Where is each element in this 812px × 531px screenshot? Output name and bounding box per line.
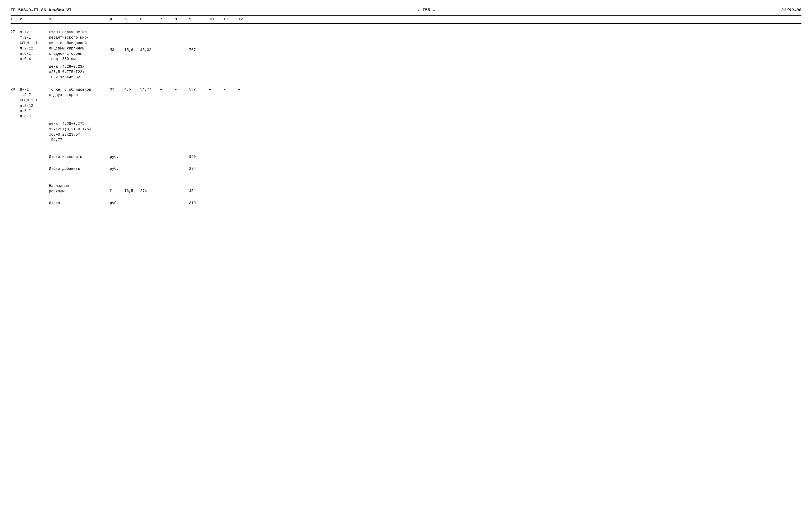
itogo-dobavit-col9: 274 — [189, 166, 209, 172]
itogo-col10: – — [209, 201, 223, 206]
nakladnye-label: Накладныерасходы — [49, 183, 110, 194]
itogo-isklyuchit-col8: – — [175, 154, 189, 160]
summary-row-total: Итого руб. – – – – 3I9 – – – — [11, 200, 801, 207]
row-27-col1: 27 — [11, 30, 20, 35]
col-header-12: I2 — [238, 17, 252, 22]
nakladnye-col11: – — [223, 183, 238, 194]
row-27-col6: 45,32 — [140, 30, 160, 53]
row-28-col4: М3 — [110, 87, 124, 92]
itogo-isklyuchit-col10: – — [209, 154, 223, 160]
row-28-col12: – — [238, 87, 252, 92]
table-row: 28 8-72т.9-IССЦМ т.Iп.2-12п.6-Iп.6-4 То … — [11, 86, 801, 120]
nakladnye-col12: – — [238, 183, 252, 194]
itogo-unit: руб. — [110, 201, 124, 206]
summary-row-add: Итого добавить руб. – – – – 274 – – – — [11, 165, 801, 173]
itogo-dobavit-label: Итого добавить — [49, 166, 110, 172]
itogo-col9: 3I9 — [189, 201, 209, 206]
itogo-col11: – — [223, 201, 238, 206]
row-27-col12: – — [238, 30, 252, 53]
row-28-col9: 252 — [189, 87, 209, 92]
row-28-col7: – — [160, 87, 175, 92]
row-27-col5: I5,6 — [124, 30, 140, 53]
itogo-isklyuchit-col7: – — [160, 154, 175, 160]
nakladnye-col6: 274 — [140, 183, 160, 194]
col-header-8: 8 — [175, 17, 189, 22]
column-header-row: I 2 3 4 5 6 7 8 9 IO II I2 — [11, 16, 801, 24]
col-header-7: 7 — [160, 17, 175, 22]
col-header-4: 4 — [110, 17, 124, 22]
row-27-col3: Стены наружные изкерамтческого кир-пича … — [49, 30, 110, 62]
col-header-11: II — [223, 17, 238, 22]
row-28-col2: 8-72т.9-IССЦМ т.Iп.2-12п.6-Iп.6-4 — [20, 87, 49, 119]
row-27-col8: – — [175, 30, 189, 53]
table-row: 27 8-72т.9-IССЦМ т.Iп.2-12п.6-Iп.6-4 Сте… — [11, 29, 801, 63]
nakladnye-col5: I6,5 — [124, 183, 140, 194]
itogo-col8: – — [175, 201, 189, 206]
col-header-5: 5 — [124, 17, 140, 22]
row-27-col10: – — [209, 30, 223, 53]
itogo-dobavit-col11: – — [223, 166, 238, 172]
itogo-col5: – — [124, 201, 140, 206]
row-28-col6: 54,77 — [140, 87, 160, 92]
nakladnye-col8: – — [175, 183, 189, 194]
col-header-2: 2 — [20, 17, 49, 22]
itogo-dobavit-col5: – — [124, 166, 140, 172]
itogo-isklyuchit-col11: – — [223, 154, 238, 160]
nakladnye-unit: % — [110, 183, 124, 194]
row-28-price: цена: 4,28+0,I75х2хI22+(0,2I-0,I75)х68+0… — [11, 120, 801, 144]
summary-row-overhead: Накладныерасходы % I6,5 274 – – 45 – – – — [11, 182, 801, 195]
itogo-dobavit-col6: – — [140, 166, 160, 172]
nakladnye-col10: – — [209, 183, 223, 194]
header-left: ТП 503-9-II.86 Альбом VI — [11, 8, 71, 13]
summary-row-exclude: Итого исключить руб. – – – – 959 – – – — [11, 153, 801, 161]
col-header-3: 3 — [49, 17, 110, 22]
itogo-col6: – — [140, 201, 160, 206]
itogo-dobavit-col7: – — [160, 166, 175, 172]
itogo-label: Итого — [49, 201, 110, 206]
row-28-col3-main: То же, с облицовкойс двух сторон — [49, 87, 110, 98]
row-28-col10: – — [209, 87, 223, 92]
itogo-isklyuchit-label: Итого исключить — [49, 154, 110, 160]
row-28-col11: – — [223, 87, 238, 92]
col-header-10: IO — [209, 17, 223, 22]
row-27-col11: – — [223, 30, 238, 53]
row-27-col7: – — [160, 30, 175, 53]
col-header-6: 6 — [140, 17, 160, 22]
row-28-col8: – — [175, 87, 189, 92]
itogo-isklyuchit-col6: – — [140, 154, 160, 160]
header-right: 21/99-06 — [781, 8, 801, 13]
itogo-isklyuchit-col12: – — [238, 154, 252, 160]
itogo-isklyuchit-col5: – — [124, 154, 140, 160]
nakladnye-col7: – — [160, 183, 175, 194]
col-header-1: I — [11, 17, 20, 22]
itogo-isklyuchit-col9: 959 — [189, 154, 209, 160]
itogo-col12: – — [238, 201, 252, 206]
row-27-price: цена: 4,28+0,23хх23,5+0,I75хI22++0,2Iх68… — [11, 63, 801, 81]
row-28-price-text: цена: 4,28+0,I75х2хI22+(0,2I-0,I75)х68+0… — [49, 121, 110, 143]
itogo-isklyuchit-unit: руб. — [110, 154, 124, 160]
row-27-col4: М3 — [110, 30, 124, 53]
itogo-dobavit-col8: – — [175, 166, 189, 172]
itogo-col7: – — [160, 201, 175, 206]
header-center: - I55 - — [417, 8, 435, 13]
itogo-dobavit-col12: – — [238, 166, 252, 172]
row-28-col5: 4,6 — [124, 87, 140, 92]
row-28-col1: 28 — [11, 87, 20, 92]
row-27-col9: 707 — [189, 30, 209, 53]
nakladnye-col9: 45 — [189, 183, 209, 194]
col-header-9: 9 — [189, 17, 209, 22]
itogo-dobavit-unit: руб. — [110, 166, 124, 172]
row-27-price-text: цена: 4,28+0,23хх23,5+0,I75хI22++0,2Iх68… — [49, 64, 110, 80]
row-27-col2: 8-72т.9-IССЦМ т.Iп.2-12п.6-Iп.6-4 — [20, 30, 49, 62]
itogo-dobavit-col10: – — [209, 166, 223, 172]
